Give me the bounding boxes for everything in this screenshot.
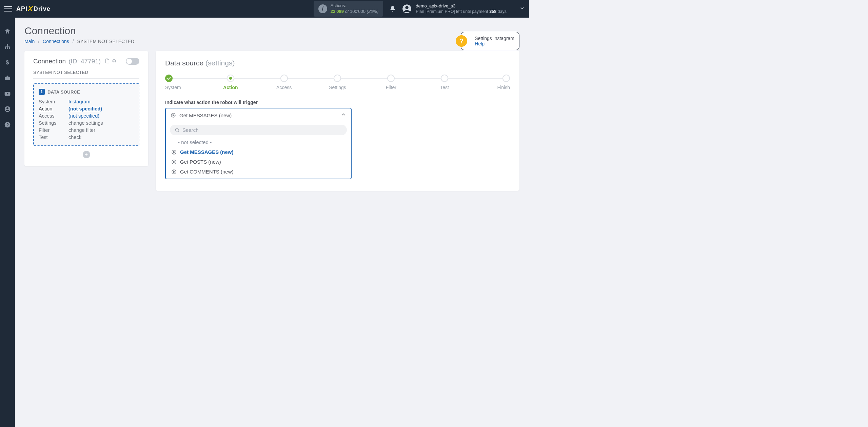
option-get-comments-label: Get COMMENTS (new): [180, 169, 234, 175]
chevron-up-icon: [341, 112, 346, 119]
stepper: System Action Access Settings Filter Tes…: [165, 75, 510, 92]
step-filter[interactable]: Filter: [379, 75, 403, 90]
svg-text:$: $: [6, 59, 9, 66]
connection-subtitle: SYSTEM NOT SELECTED: [33, 70, 139, 79]
row-test-value[interactable]: check: [68, 135, 134, 140]
info-icon: i: [318, 4, 327, 13]
connection-toggle[interactable]: [126, 58, 139, 65]
data-source-card-subtitle: (settings): [205, 59, 235, 67]
action-search-input[interactable]: [182, 127, 342, 133]
gear-icon[interactable]: [112, 58, 117, 65]
data-source-card-title: Data source: [165, 59, 203, 67]
svg-rect-3: [5, 48, 6, 49]
actions-quota-text: Actions: 22'089 of 100'000 (22%): [331, 3, 379, 15]
data-source-title: DATA SOURCE: [47, 89, 80, 95]
option-get-posts-label: Get POSTS (new): [180, 159, 221, 165]
step-access-label: Access: [276, 85, 292, 90]
data-source-settings-card: Data source (settings) System Action Acc…: [156, 51, 519, 191]
step-test[interactable]: Test: [433, 75, 456, 90]
hamburger-menu-icon[interactable]: [4, 5, 12, 13]
actions-total: 100'000: [350, 9, 366, 14]
step-filter-label: Filter: [386, 85, 396, 90]
row-action-key: Action: [39, 106, 68, 111]
plan-days: 358: [489, 9, 496, 14]
step-system[interactable]: System: [165, 75, 189, 90]
row-settings-value[interactable]: change settings: [68, 120, 134, 126]
plan-prefix: Plan |Premium PRO| left until payment: [416, 9, 489, 14]
step-action[interactable]: Action: [219, 75, 242, 90]
step-settings-label: Settings: [329, 85, 346, 90]
option-get-comments[interactable]: Get COMMENTS (new): [170, 167, 347, 177]
user-menu[interactable]: demo_apix-drive_s3 Plan |Premium PRO| le…: [402, 3, 507, 15]
option-get-messages-label: Get MESSAGES (new): [180, 149, 234, 155]
logo[interactable]: API X Drive: [16, 4, 51, 13]
row-access-value[interactable]: (not specified): [68, 113, 134, 119]
action-search[interactable]: [170, 125, 347, 135]
step-access[interactable]: Access: [272, 75, 296, 90]
play-icon: [171, 169, 177, 175]
nav-home-icon[interactable]: [3, 27, 12, 35]
help-question-icon: ?: [456, 35, 467, 47]
step-action-label: Action: [223, 85, 238, 90]
step-settings[interactable]: Settings: [326, 75, 349, 90]
breadcrumb-main[interactable]: Main: [24, 39, 35, 44]
side-nav: $ ?: [0, 18, 15, 260]
step-system-label: System: [165, 85, 181, 90]
actions-label: Actions:: [331, 3, 379, 9]
option-not-selected[interactable]: - not selected -: [170, 137, 347, 147]
nav-account-icon[interactable]: [3, 105, 12, 113]
play-icon: [171, 149, 177, 155]
data-source-badge: 1: [39, 89, 45, 95]
connection-card: Connection (ID: 47791) SYSTEM NOT SELECT…: [24, 51, 148, 166]
option-get-messages[interactable]: Get MESSAGES (new): [170, 147, 347, 157]
chevron-down-icon[interactable]: [519, 5, 525, 12]
user-name: demo_apix-drive_s3: [416, 3, 507, 9]
actions-pct: (22%): [367, 9, 379, 14]
nav-briefcase-icon[interactable]: [3, 74, 12, 82]
svg-rect-7: [5, 77, 10, 80]
row-filter-value[interactable]: change filter: [68, 127, 134, 133]
svg-rect-2: [7, 44, 8, 45]
svg-marker-21: [174, 151, 175, 153]
action-dropdown: Get MESSAGES (new) - not selected - Get …: [165, 108, 352, 179]
svg-marker-23: [174, 161, 175, 163]
option-get-posts[interactable]: Get POSTS (new): [170, 157, 347, 167]
svg-marker-25: [174, 171, 175, 172]
row-action-value[interactable]: (not specified): [68, 106, 134, 111]
actions-quota-box[interactable]: i Actions: 22'089 of 100'000 (22%): [314, 1, 383, 17]
step-finish-label: Finish: [497, 85, 510, 90]
help-link[interactable]: Help: [475, 41, 514, 46]
row-filter-key: Filter: [39, 127, 68, 133]
breadcrumb-connections[interactable]: Connections: [43, 39, 69, 44]
svg-rect-5: [9, 48, 10, 49]
nav-help-icon[interactable]: ?: [3, 121, 12, 129]
svg-marker-17: [173, 114, 174, 116]
row-test-key: Test: [39, 135, 68, 140]
logo-text-left: API: [16, 5, 27, 13]
nav-connections-icon[interactable]: [3, 43, 12, 51]
action-dropdown-toggle[interactable]: Get MESSAGES (new): [166, 108, 351, 122]
row-system-value[interactable]: Instagram: [68, 99, 134, 104]
action-dropdown-selected: Get MESSAGES (new): [179, 113, 232, 118]
play-icon: [171, 113, 176, 118]
svg-point-11: [6, 107, 8, 109]
svg-text:?: ?: [6, 122, 9, 127]
svg-line-19: [178, 131, 179, 132]
data-source-box[interactable]: 1 DATA SOURCE System Instagram Action (n…: [33, 83, 139, 146]
nav-video-icon[interactable]: [3, 89, 12, 98]
connection-card-title: Connection: [33, 58, 66, 65]
play-icon: [171, 159, 177, 165]
row-settings-key: Settings: [39, 120, 68, 126]
add-destination-button[interactable]: +: [83, 151, 90, 158]
breadcrumb: Main / Connections / SYSTEM NOT SELECTED: [24, 39, 134, 44]
step-finish[interactable]: Finish: [486, 75, 510, 90]
user-text: demo_apix-drive_s3 Plan |Premium PRO| le…: [416, 3, 507, 15]
top-header: API X Drive i Actions: 22'089 of 100'000…: [0, 0, 529, 18]
file-icon[interactable]: [105, 58, 110, 65]
search-icon: [175, 127, 180, 133]
avatar-icon: [402, 4, 412, 14]
notifications-bell-icon[interactable]: [389, 5, 396, 12]
logo-text-right: Drive: [34, 5, 51, 13]
nav-billing-icon[interactable]: $: [3, 58, 12, 66]
breadcrumb-current: SYSTEM NOT SELECTED: [77, 39, 135, 44]
